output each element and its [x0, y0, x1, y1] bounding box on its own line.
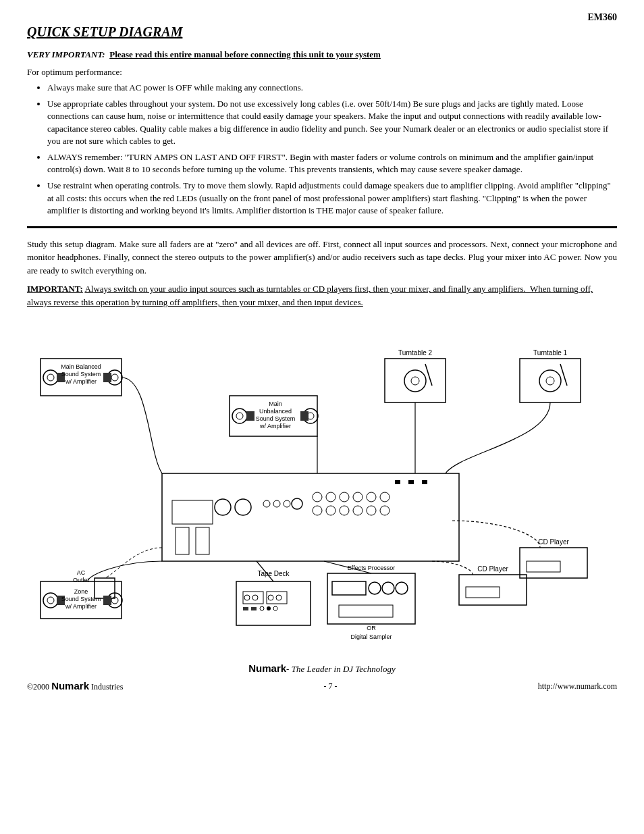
svg-text:Sound System: Sound System — [61, 371, 101, 377]
svg-point-13 — [380, 492, 390, 502]
svg-text:CD Player: CD Player — [538, 538, 569, 546]
svg-point-8 — [313, 492, 322, 502]
very-important-line: VERY IMPORTANT: Please read this entire … — [27, 49, 617, 60]
bullet-list: Always make sure that AC power is OFF wh… — [47, 82, 617, 217]
svg-point-10 — [340, 492, 349, 502]
svg-point-11 — [353, 492, 363, 502]
svg-point-79 — [267, 606, 271, 610]
svg-rect-65 — [103, 596, 111, 605]
diagram-svg: Main Balanced Sound System w/ Amplifier … — [27, 318, 617, 656]
svg-text:Turntable 1: Turntable 1 — [533, 349, 568, 357]
svg-text:Sound System: Sound System — [61, 596, 101, 602]
svg-point-61 — [47, 597, 54, 604]
svg-point-86 — [396, 582, 408, 594]
svg-rect-41 — [300, 411, 308, 421]
svg-rect-24 — [196, 527, 209, 554]
page: EM360 QUICK SETUP DIAGRAM VERY IMPORTANT… — [27, 12, 617, 692]
svg-rect-20 — [395, 480, 400, 484]
page-title: QUICK SETUP DIAGRAM — [27, 24, 617, 40]
svg-point-72 — [244, 595, 250, 600]
svg-point-84 — [369, 582, 381, 594]
svg-point-36 — [232, 409, 247, 423]
svg-point-18 — [367, 506, 376, 515]
svg-point-7 — [292, 498, 302, 509]
svg-point-47 — [404, 370, 426, 392]
svg-point-75 — [276, 595, 281, 600]
svg-point-17 — [353, 506, 363, 515]
svg-text:Turntable 2: Turntable 2 — [398, 349, 433, 357]
svg-point-52 — [539, 370, 561, 392]
svg-rect-94 — [459, 575, 527, 605]
svg-text:w/ Amplifier: w/ Amplifier — [259, 423, 291, 429]
svg-rect-1 — [172, 500, 213, 524]
svg-text:Main: Main — [269, 400, 282, 407]
svg-point-85 — [382, 582, 394, 594]
svg-point-27 — [47, 374, 54, 381]
svg-point-4 — [263, 500, 270, 507]
svg-text:Unbalanced: Unbalanced — [259, 408, 292, 415]
body-paragraph: Study this setup diagram. Make sure all … — [27, 238, 617, 278]
svg-text:Sound System: Sound System — [256, 415, 296, 422]
svg-text:Main Balanced: Main Balanced — [61, 363, 101, 370]
bullet-item: Use appropriate cables throughout your s… — [47, 98, 617, 147]
important-label: IMPORTANT: — [27, 284, 83, 294]
brand-row: Numark- The Leader in DJ Technology — [27, 662, 617, 675]
svg-rect-77 — [251, 607, 257, 610]
svg-rect-51 — [520, 359, 581, 402]
svg-text:w/ Amplifier: w/ Amplifier — [65, 378, 97, 385]
svg-rect-83 — [332, 581, 366, 595]
svg-rect-23 — [176, 527, 189, 554]
svg-point-37 — [236, 413, 243, 419]
footer-copyright: ©2000 Numark Industries — [27, 680, 123, 692]
divider — [27, 226, 617, 228]
svg-point-29 — [111, 374, 118, 381]
bullet-item: ALWAYS remember: "TURN AMPS ON LAST AND … — [47, 151, 617, 176]
svg-rect-87 — [339, 605, 393, 617]
svg-text:Tape Deck: Tape Deck — [257, 570, 290, 577]
svg-point-48 — [411, 377, 419, 385]
svg-rect-70 — [243, 592, 263, 604]
svg-point-74 — [268, 595, 273, 600]
svg-point-6 — [284, 500, 290, 507]
model-number: EM360 — [27, 12, 617, 23]
setup-diagram: Main Balanced Sound System w/ Amplifier … — [27, 318, 617, 656]
svg-point-53 — [546, 377, 554, 385]
svg-text:OR: OR — [367, 625, 376, 631]
svg-point-2 — [215, 499, 231, 515]
bullet-item: Always make sure that AC power is OFF wh… — [47, 82, 617, 94]
svg-rect-92 — [527, 561, 560, 572]
numark-logo: Numark — [248, 662, 286, 674]
footer-page-number: - 7 - — [324, 681, 338, 692]
important-text: Always switch on your audio input source… — [27, 284, 593, 307]
svg-text:Zone: Zone — [74, 588, 88, 595]
svg-rect-38 — [246, 411, 254, 421]
svg-point-73 — [252, 595, 258, 600]
svg-rect-71 — [267, 592, 287, 604]
svg-point-26 — [43, 370, 58, 385]
svg-text:w/ Amplifier: w/ Amplifier — [65, 603, 97, 610]
svg-rect-31 — [103, 373, 111, 382]
svg-rect-0 — [162, 473, 459, 561]
svg-point-78 — [260, 606, 264, 610]
svg-rect-21 — [408, 480, 414, 484]
svg-point-14 — [313, 506, 322, 515]
svg-text:Effects Processor: Effects Processor — [348, 565, 395, 571]
for-optimum-text: For optimum performance: — [27, 67, 617, 78]
svg-text:Digital Sampler: Digital Sampler — [350, 633, 392, 640]
svg-point-16 — [340, 506, 349, 515]
footer-numark: Numark — [51, 680, 89, 692]
very-important-label: VERY IMPORTANT: — [27, 49, 105, 59]
footer: ©2000 Numark Industries - 7 - http://www… — [27, 680, 617, 692]
footer-tagline: - The Leader in DJ Technology — [286, 664, 396, 674]
svg-rect-76 — [243, 607, 248, 610]
svg-rect-95 — [466, 587, 500, 598]
svg-text:AC: AC — [77, 569, 86, 576]
svg-point-3 — [235, 499, 251, 515]
svg-point-15 — [326, 506, 336, 515]
svg-point-19 — [380, 506, 390, 515]
footer-website: http://www.numark.com — [538, 681, 617, 692]
svg-point-5 — [273, 500, 280, 507]
svg-text:CD Player: CD Player — [477, 565, 508, 573]
svg-point-12 — [367, 492, 376, 502]
svg-text:Outlet: Outlet — [73, 577, 90, 583]
